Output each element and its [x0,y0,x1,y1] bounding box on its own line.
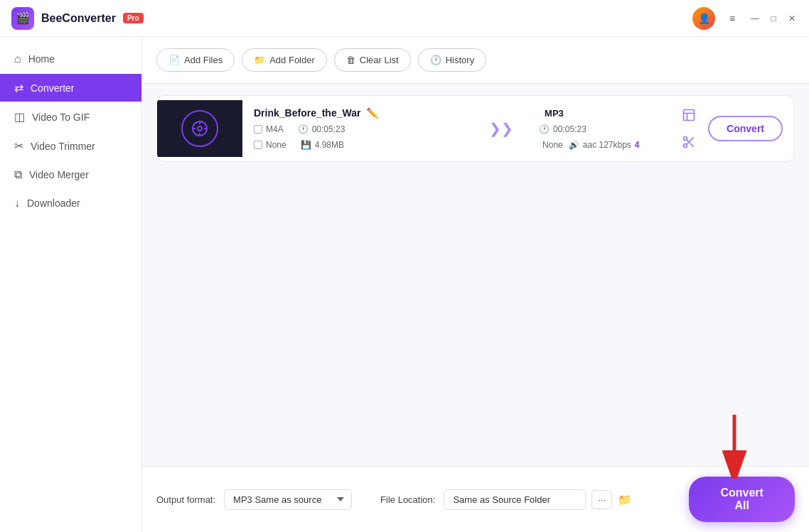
add-files-label: Add Files [184,55,223,65]
pro-badge: Pro [123,13,144,23]
output-clock-icon: 🕐 [539,124,550,134]
format-checkbox [254,125,262,134]
bottom-bar: Output format: MP3 Same as source File L… [142,466,809,532]
edit-icon[interactable]: ✏️ [366,107,378,119]
svg-line-8 [690,143,694,147]
output-meta2: None 🔊 aac 127kbps 4 [539,140,658,150]
sidebar: ⌂ Home ⇄ Converter ◫ Video To GIF ✂ Vide… [0,37,142,532]
audio-info-value: aac 127kbps [583,140,631,150]
clock-icon: 🕐 [298,124,309,134]
output-info: MP3 🕐 00:05:23 None [527,99,670,158]
arrow-separator: ❯❯ [475,120,527,137]
output-format-field: Output format: MP3 Same as source [156,489,352,510]
history-label: History [446,55,474,65]
highlight-value: 4 [635,140,640,150]
svg-point-6 [684,144,687,148]
content-wrapper: 📄 Add Files 📁 Add Folder 🗑 Clear List 🕐 … [142,37,809,532]
sidebar-item-label: Converter [31,82,74,94]
sidebar-item-label: Downloader [27,197,80,209]
sidebar-item-label: Video Trimmer [31,141,95,152]
home-icon: ⌂ [14,53,21,65]
sidebar-item-video-merger[interactable]: ⧉ Video Merger [0,161,141,188]
sidebar-item-label: Home [28,53,55,65]
output-format-label: Output format: [156,494,215,505]
file-source-meta: M4A 🕐 00:05:23 [254,124,464,134]
output-duration-value: 00:05:23 [553,124,586,134]
file-location-input[interactable]: Same as Source Folder [444,489,586,510]
sidebar-item-label: Video Merger [29,169,89,180]
history-icon: 🕐 [430,55,441,65]
video-trimmer-icon: ✂ [14,139,23,153]
add-folder-button[interactable]: 📁 Add Folder [242,48,327,72]
output-format-row: MP3 [539,108,658,119]
downloader-icon: ↓ [14,197,20,210]
sidebar-item-downloader[interactable]: ↓ Downloader [0,190,141,217]
minimize-button[interactable]: — [749,13,761,24]
sidebar-item-video-trimmer[interactable]: ✂ Video Trimmer [0,132,141,160]
output-subtitle: None [539,140,563,150]
file-thumbnail [157,100,242,157]
size-value: 4.98MB [315,140,344,150]
main-layout: ⌂ Home ⇄ Converter ◫ Video To GIF ✂ Vide… [0,37,809,532]
location-row: Same as Source Folder ··· 📁 [444,489,632,510]
settings-icon[interactable] [678,104,700,126]
menu-icon[interactable]: ≡ [722,9,742,28]
clear-list-label: Clear List [360,55,399,65]
source-size: 💾 4.98MB [301,140,344,150]
convert-button[interactable]: Convert [708,116,783,141]
add-files-button[interactable]: 📄 Add Files [156,48,235,72]
video-to-gif-icon: ◫ [14,110,25,124]
subtitle-checkbox [254,141,262,149]
file-location-label: File Location: [380,494,435,505]
avatar[interactable]: 👤 [692,7,715,30]
file-name-row: Drink_Before_the_War ✏️ [254,107,464,119]
location-dots-button[interactable]: ··· [591,490,612,509]
svg-point-1 [198,126,202,131]
file-card: Drink_Before_the_War ✏️ M4A 🕐 00:05:23 [156,95,795,162]
file-name: Drink_Before_the_War [254,107,360,119]
file-info: Drink_Before_the_War ✏️ M4A 🕐 00:05:23 [242,99,475,158]
output-subtitle-value: None [542,140,563,150]
source-subtitle: None [254,140,286,150]
svg-rect-2 [684,110,695,121]
titlebar: 🎬 BeeConverter Pro 👤 ≡ — □ ✕ [0,0,809,37]
content: 📄 Add Files 📁 Add Folder 🗑 Clear List 🕐 … [142,37,809,466]
converter-icon: ⇄ [14,81,23,94]
output-meta1: 🕐 00:05:23 [539,124,658,134]
clear-list-button[interactable]: 🗑 Clear List [334,48,411,72]
app-name: BeeConverter [41,12,116,25]
output-format-select[interactable]: MP3 Same as source [224,489,352,510]
toolbar: 📄 Add Files 📁 Add Folder 🗑 Clear List 🕐 … [142,37,809,84]
add-files-icon: 📄 [168,55,180,65]
sidebar-item-video-to-gif[interactable]: ◫ Video To GIF [0,103,141,131]
close-button[interactable]: ✕ [786,13,798,24]
add-folder-icon: 📁 [254,55,265,65]
card-actions [670,96,708,161]
arrow-right-icon: ❯❯ [489,120,513,137]
location-folder-button[interactable]: 📁 [618,493,632,506]
down-arrow-svg [720,415,749,479]
video-merger-icon: ⧉ [14,168,22,181]
app-logo: 🎬 [11,7,34,30]
arrow-indicator [720,415,749,479]
music-icon [181,110,218,147]
history-button[interactable]: 🕐 History [418,48,486,72]
file-area: Drink_Before_the_War ✏️ M4A 🕐 00:05:23 [142,84,809,466]
cut-icon[interactable] [678,131,700,153]
output-format: MP3 [545,108,564,119]
source-duration: 🕐 00:05:23 [298,124,345,134]
maximize-button[interactable]: □ [768,13,779,24]
sidebar-item-home[interactable]: ⌂ Home [0,45,141,72]
convert-all-button[interactable]: Convert All [689,477,795,522]
source-format: M4A [254,124,284,134]
size-icon: 💾 [301,140,311,150]
output-duration: 🕐 00:05:23 [539,124,586,134]
audio-icon: 🔊 [569,140,579,150]
sidebar-item-converter[interactable]: ⇄ Converter [0,74,141,102]
file-location-field: File Location: Same as Source Folder ···… [380,489,632,510]
file-source-meta2: None 💾 4.98MB [254,140,464,150]
sidebar-item-label: Video To GIF [32,112,90,123]
subtitle-value: None [266,140,286,150]
add-folder-label: Add Folder [269,55,315,65]
output-audio-info: 🔊 aac 127kbps 4 [569,140,640,150]
